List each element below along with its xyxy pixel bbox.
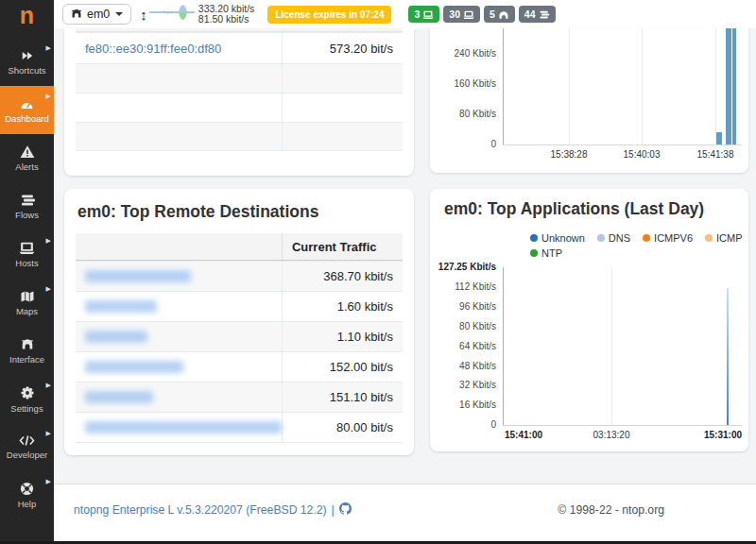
y-tick-label: 32 Kbit/s (430, 380, 496, 391)
top-hosts-table: fe80::ee30:91ff:fee0:df80 573.20 bit/s (76, 28, 403, 151)
badge-count: 44 (524, 8, 536, 20)
chevron-down-icon (115, 12, 123, 16)
interfaces-badge[interactable]: 5 (484, 6, 515, 23)
y-axis (503, 28, 504, 144)
redacted-host-link[interactable] (85, 331, 147, 343)
shortcuts-icon (20, 49, 35, 62)
sidebar-item-maps[interactable]: ▶ Maps (0, 279, 54, 327)
redacted-host-link[interactable] (85, 421, 282, 434)
remote-destinations-card: em0: Top Remote Destinations Current Tra… (64, 189, 414, 455)
alerts-icon (20, 144, 35, 159)
version-link[interactable]: ntopng Enterprise L v.5.3.220207 (FreeBS… (74, 503, 327, 517)
sidebar-item-label: Developer (7, 450, 47, 460)
interface-icon (498, 9, 509, 20)
y-tick-label: 112 Kbit/s (430, 281, 496, 293)
table-row: fe80::ee30:91ff:fee0:df80 573.20 bit/s (76, 32, 403, 63)
x-axis (503, 144, 742, 145)
table-row-empty (76, 63, 403, 93)
traffic-bar[interactable] (732, 28, 736, 144)
interface-icon (71, 8, 82, 20)
x-axis (503, 425, 742, 426)
maps-icon (20, 290, 35, 303)
interface-traffic-chart-card: 240 Kbit/s 160 Kbit/s 80 Kbit/s 0 15:38:… (430, 28, 748, 173)
sidebar-item-label: Interface (9, 354, 44, 365)
traffic-bar[interactable] (716, 132, 722, 144)
y-tick-label: 0 (430, 419, 496, 431)
interface-select[interactable]: em0 (62, 4, 131, 25)
traffic-value: 573.20 bit/s (282, 33, 403, 63)
sidebar-item-settings[interactable]: ▶ Settings (0, 375, 54, 423)
gear-icon (20, 385, 35, 400)
host-link[interactable]: fe80::ee30:91ff:fee0:df80 (76, 33, 282, 64)
traffic-value: 80.00 bit/s (282, 413, 403, 442)
devices-badge[interactable]: 30 (443, 6, 480, 23)
active-devices-badge[interactable]: 3 (408, 6, 439, 23)
sidebar-item-flows[interactable]: Flows (0, 182, 54, 230)
ntop-logo[interactable]: n (0, 0, 54, 30)
life-ring-icon (20, 482, 34, 496)
table-row: 80.00 bit/s (76, 412, 403, 442)
gridline (715, 28, 716, 144)
y-axis (503, 267, 504, 425)
footer-separator: | (332, 503, 335, 517)
traffic-spike[interactable] (727, 288, 729, 425)
sidebar-item-label: Shortcuts (8, 65, 45, 76)
x-tick-label: 15:40:03 (613, 149, 670, 160)
sidebar-item-help[interactable]: ▶ Help (0, 471, 54, 519)
redacted-host-link[interactable] (85, 300, 157, 313)
y-tick-label: 160 Kbit/s (430, 78, 496, 90)
redacted-host-link[interactable] (85, 361, 183, 373)
remote-destinations-table: Current Traffic 368.70 kbit/s 1.60 kbit/… (76, 233, 403, 443)
submenu-caret-icon: ▶ (46, 237, 51, 244)
badge-count: 3 (414, 8, 420, 20)
table-row-empty (76, 93, 403, 122)
laptop-icon (463, 9, 474, 20)
gridline (569, 28, 570, 144)
table-row: 152.00 bit/s (76, 351, 403, 382)
updown-arrows-icon: ↕ (140, 8, 147, 22)
traffic-value: 1.60 kbit/s (282, 292, 403, 321)
redacted-host-link[interactable] (85, 391, 153, 403)
y-tick-label: 0 (430, 139, 496, 150)
flows-icon (539, 9, 550, 20)
gridline (611, 267, 612, 425)
table-header-row: Current Traffic (76, 233, 403, 261)
redacted-host-link[interactable] (85, 270, 191, 282)
y-tick-label: 80 Kbit/s (430, 109, 496, 120)
sidebar: n ▶ Shortcuts ▶ Dashboard Alerts Flows (0, 0, 54, 541)
column-header-current-traffic: Current Traffic (282, 233, 403, 260)
sidebar-item-hosts[interactable]: ▶ Hosts (0, 230, 54, 279)
sidebar-item-shortcuts[interactable]: ▶ Shortcuts (0, 38, 54, 86)
table-row-empty (76, 122, 403, 150)
dashboard-icon (19, 97, 35, 110)
x-tick-label: 15:41:38 (687, 149, 744, 160)
sidebar-item-dashboard[interactable]: ▶ Dashboard (0, 86, 54, 134)
traffic-value: 151.10 bit/s (282, 382, 403, 412)
license-expiry-badge[interactable]: License expires in 07:24 (267, 6, 391, 24)
y-tick-label: 80 Kbit/s (430, 321, 496, 332)
sidebar-item-interface[interactable]: Interface (0, 327, 54, 375)
flows-badge[interactable]: 44 (519, 6, 556, 23)
ntopng-dashboard: em0 ↕ 333.20 kbit/s 81.50 kbit/s License… (0, 0, 756, 544)
footer: ntopng Enterprise L v.5.3.220207 (FreeBS… (54, 484, 756, 541)
interface-traffic-chart: 240 Kbit/s 160 Kbit/s 80 Kbit/s 0 15:38:… (430, 28, 748, 173)
sidebar-item-label: Maps (16, 306, 38, 316)
throughput-readout: 333.20 kbit/s 81.50 kbit/s (198, 4, 255, 25)
submenu-caret-icon: ▶ (46, 430, 51, 436)
sidebar-item-alerts[interactable]: Alerts (0, 134, 54, 182)
traffic-value: 1.10 kbit/s (282, 322, 403, 351)
flows-icon (20, 194, 35, 207)
traffic-bar[interactable] (726, 28, 731, 144)
sidebar-item-label: Help (18, 499, 37, 509)
x-tick-label: 03:13:20 (583, 430, 640, 440)
sidebar-item-developer[interactable]: ▶ Developer (0, 423, 54, 471)
badge-count: 5 (490, 8, 495, 20)
github-icon[interactable] (339, 502, 352, 518)
submenu-caret-icon: ▶ (46, 382, 51, 388)
submenu-caret-icon: ▶ (46, 285, 51, 292)
traffic-value: 152.00 bit/s (282, 352, 403, 382)
table-row: 1.60 kbit/s (76, 291, 403, 321)
traffic-sparkline (149, 1, 195, 27)
table-row: 151.10 bit/s (76, 382, 403, 412)
y-tick-label: 240 Kbit/s (430, 48, 496, 60)
